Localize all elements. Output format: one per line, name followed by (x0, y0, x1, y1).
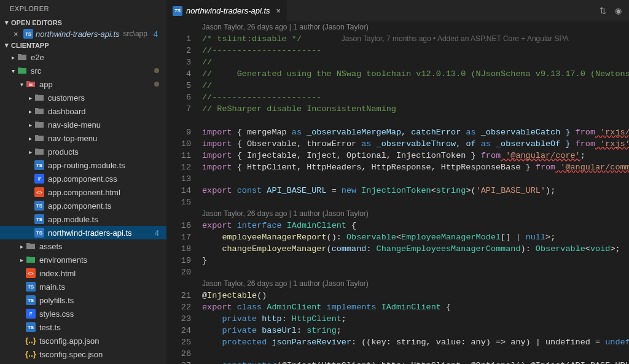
tree-item-label: app-routing.module.ts (48, 161, 162, 170)
tree-item-label: app.component.css (48, 174, 162, 184)
preview-icon[interactable]: ◉ (615, 6, 622, 15)
typescript-file-icon: TS (34, 160, 44, 170)
file-main.ts[interactable]: TSmain.ts (0, 280, 166, 293)
chevron-down-icon: ▾ (9, 68, 17, 74)
folder-customers[interactable]: ▸customers (0, 91, 166, 104)
file-app.component.html[interactable]: <>app.component.html (0, 185, 166, 199)
chevron-right-icon: ▸ (17, 257, 26, 263)
folder-icon (17, 66, 27, 76)
tree-item-label: app.module.ts (48, 215, 162, 224)
tree-item-label: app.component.html (48, 188, 162, 197)
tree-item-label: main.ts (39, 282, 162, 292)
editor-area: TS northwind-traders-api.ts × ⇅ ◉ 123456… (166, 0, 629, 364)
file-tree: ▸e2e▾src▾app▸customers▸dashboard▸nav-sid… (0, 50, 166, 364)
tree-item-label: northwind-traders-api.ts (48, 228, 155, 238)
compare-icon[interactable]: ⇅ (600, 6, 606, 15)
typescript-file-icon: TS (26, 322, 36, 332)
tree-item-label: app.component.ts (48, 201, 162, 211)
tree-item-label: customers (48, 93, 162, 103)
typescript-file-icon: TS (34, 214, 44, 224)
file-app.module.ts[interactable]: TSapp.module.ts (0, 212, 166, 226)
folder-src[interactable]: ▾src (0, 64, 166, 77)
folder-icon (26, 79, 36, 89)
project-label: CLIENTAPP (11, 42, 49, 49)
folder-icon (34, 120, 44, 130)
open-editor-badge: 4 (154, 29, 162, 39)
tree-item-label: nav-top-menu (48, 134, 162, 143)
folder-icon (17, 52, 27, 62)
file-index.html[interactable]: <>index.html (0, 266, 166, 280)
file-app-routing.module.ts[interactable]: TSapp-routing.module.ts (0, 158, 166, 172)
file-northwind-traders-api.ts[interactable]: TSnorthwind-traders-api.ts4 (0, 226, 166, 239)
line-number-gutter: 1234567910111213141516171819202122232425… (166, 21, 202, 364)
project-header[interactable]: ▾ CLIENTAPP (0, 40, 166, 50)
file-app.component.ts[interactable]: TSapp.component.ts (0, 199, 166, 212)
file-tsconfig.spec.json[interactable]: {‥}tsconfig.spec.json (0, 347, 166, 361)
chevron-right-icon: ▸ (17, 243, 26, 250)
problems-badge: 4 (155, 228, 162, 238)
file-app.component.css[interactable]: #app.component.css (0, 172, 166, 185)
explorer-sidebar: EXPLORER ▾ OPEN EDITORS × TS northwind-t… (0, 0, 166, 364)
tree-item-label: tsconfig.app.json (39, 336, 162, 346)
code-content[interactable]: Jason Taylor, 26 days ago | 1 author (Ja… (202, 21, 629, 364)
tree-item-label: styles.css (39, 309, 162, 319)
folder-icon (26, 255, 36, 265)
chevron-down-icon: ▾ (17, 81, 26, 88)
open-editor-filename: northwind-traders-api.ts (36, 29, 120, 39)
chevron-right-icon: ▸ (26, 135, 34, 142)
tab-bar: TS northwind-traders-api.ts × ⇅ ◉ (166, 0, 629, 21)
folder-assets[interactable]: ▸assets (0, 239, 166, 253)
chevron-right-icon: ▸ (26, 122, 34, 128)
file-tsconfig.app.json[interactable]: {‥}tsconfig.app.json (0, 334, 166, 347)
tree-item-label: assets (39, 242, 162, 251)
modified-dot-icon (154, 82, 159, 87)
typescript-file-icon: TS (34, 201, 44, 211)
open-editors-label: OPEN EDITORS (11, 19, 62, 26)
folder-icon (26, 241, 36, 251)
tree-item-label: e2e (31, 53, 162, 62)
close-icon[interactable]: × (276, 6, 281, 15)
code-editor[interactable]: 1234567910111213141516171819202122232425… (166, 21, 629, 364)
open-editor-path: src\app (123, 29, 147, 38)
tree-item-label: app (39, 80, 154, 89)
folder-environments[interactable]: ▸environments (0, 253, 166, 266)
tree-item-label: polyfills.ts (39, 296, 162, 305)
file-test.ts[interactable]: TStest.ts (0, 320, 166, 334)
open-editor-item[interactable]: × TS northwind-traders-api.ts src\app 4 (0, 28, 166, 40)
chevron-right-icon: ▸ (26, 149, 34, 155)
tree-item-label: nav-side-menu (48, 120, 162, 130)
folder-dashboard[interactable]: ▸dashboard (0, 104, 166, 118)
json-file-icon: {‥} (26, 336, 36, 346)
folder-nav-side-menu[interactable]: ▸nav-side-menu (0, 118, 166, 131)
typescript-file-icon: TS (23, 29, 33, 39)
tree-item-label: tsconfig.spec.json (39, 350, 162, 359)
file-polyfills.ts[interactable]: TSpolyfills.ts (0, 293, 166, 307)
tab-filename: northwind-traders-api.ts (186, 6, 270, 15)
tab-actions: ⇅ ◉ (592, 0, 629, 21)
chevron-right-icon: ▸ (26, 95, 34, 101)
folder-products[interactable]: ▸products (0, 145, 166, 158)
editor-tab[interactable]: TS northwind-traders-api.ts × (166, 0, 287, 21)
css-file-icon: # (26, 309, 36, 319)
tree-item-label: products (48, 147, 162, 157)
close-icon[interactable]: × (14, 29, 23, 39)
chevron-down-icon: ▾ (2, 18, 11, 26)
typescript-file-icon: TS (26, 282, 36, 292)
folder-app[interactable]: ▾app (0, 77, 166, 91)
css-file-icon: # (34, 174, 44, 184)
chevron-down-icon: ▾ (2, 41, 11, 49)
folder-nav-top-menu[interactable]: ▸nav-top-menu (0, 131, 166, 145)
folder-e2e[interactable]: ▸e2e (0, 50, 166, 64)
html-file-icon: <> (26, 268, 36, 278)
typescript-file-icon: TS (173, 6, 182, 16)
svg-rect-0 (29, 83, 33, 86)
tree-item-label: dashboard (48, 107, 162, 116)
tree-item-label: index.html (39, 269, 162, 278)
json-file-icon: {‥} (26, 349, 36, 359)
folder-icon (34, 106, 44, 116)
html-file-icon: <> (34, 187, 44, 197)
open-editors-header[interactable]: ▾ OPEN EDITORS (0, 17, 166, 28)
file-styles.css[interactable]: #styles.css (0, 307, 166, 320)
typescript-file-icon: TS (26, 295, 36, 305)
modified-dot-icon (154, 68, 159, 73)
